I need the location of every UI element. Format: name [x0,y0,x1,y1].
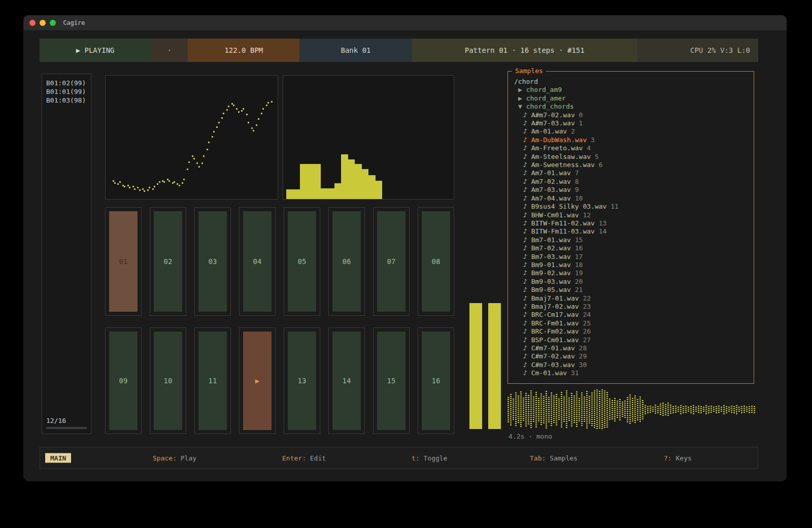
waveform-bar [573,395,575,424]
pad-15[interactable]: 15 [373,327,410,434]
sample-file[interactable]: ♪ Am-Steelsaw.wav 5 [514,153,748,161]
waveform-bar [660,404,661,416]
hint-key: t: [412,454,420,462]
pad-04[interactable]: 04 [239,207,276,316]
sample-file[interactable]: ♪ BRC-Fm01.wav 25 [514,319,748,327]
sample-file[interactable]: ♪ A#m7-03.wav 1 [514,119,748,127]
sample-file[interactable]: ♪ Bm9-03.wav 20 [514,278,748,286]
waveform-bar [546,391,547,428]
sample-file[interactable]: ♪ Am-01.wav 2 [514,127,748,136]
pad-11[interactable]: 11 [194,327,231,434]
file-name: C#m7-03.wav [531,361,575,369]
close-button[interactable] [29,20,36,26]
histogram-bar [307,164,314,199]
sample-file[interactable]: ♪ Am7-03.wav 9 [514,186,748,194]
scatter-point [243,108,244,110]
step-position: 12/16 [46,416,87,429]
pad-09[interactable]: 09 [105,327,142,434]
histogram-bar [300,164,307,199]
zoom-button[interactable] [50,20,56,26]
music-note-icon: ♪ [523,244,531,252]
waveform-bar [581,392,583,426]
folder-chord_chords[interactable]: ▼ chord_chords [514,103,748,111]
folder-chord_am9[interactable]: ▶ chord_am9 [514,86,748,94]
folder-name: chord_chords [522,103,574,110]
pad-08[interactable]: 08 [418,207,454,316]
pad-fill: ▶ [243,332,272,430]
sample-file[interactable]: ♪ BSP-Cm01.wav 27 [514,336,748,344]
sample-file[interactable]: ♪ BITW-Fm11-03.wav 14 [514,227,748,236]
sample-file[interactable]: ♪ BITW-Fm11-02.wav 13 [514,219,748,227]
sample-file[interactable]: ♪ Bm7-02.wav 16 [514,244,748,252]
waveform-bar [518,395,519,424]
minimize-button[interactable] [40,20,46,26]
sample-file[interactable]: ♪ BRC-Cm17.wav 24 [514,311,748,319]
app-window: Cagire ▶ PLAYING · 122.0 BPM Bank 01 Pat… [23,15,787,481]
sample-file[interactable]: ♪ Bmaj7-02.wav 23 [514,303,748,311]
sample-file[interactable]: ♪ Am7-04.wav 10 [514,194,748,203]
file-name: Am-DubWash.wav [531,136,587,144]
waveform-bar [672,406,674,413]
level-meter-2 [488,303,501,429]
waveform-bar [558,399,560,421]
file-name: BRC-Fm01.wav [531,319,579,327]
pad-14[interactable]: 14 [328,327,365,434]
transport-status: ▶ PLAYING [40,39,151,62]
hint-key: Space: [153,454,177,462]
pad-fill: 07 [377,211,405,312]
music-note-icon: ♪ [523,227,531,235]
pad-01[interactable]: 01 [105,207,142,316]
pad-06[interactable]: 06 [328,207,365,316]
music-note-icon: ♪ [523,178,531,185]
sample-file[interactable]: ♪ Am-DubWash.wav 3 [514,136,748,144]
sample-file[interactable]: ♪ Am7-01.wav 7 [514,169,748,177]
pad-10[interactable]: 10 [150,327,186,434]
sample-file[interactable]: ♪ C#m7-03.wav 30 [514,361,748,369]
sample-file[interactable]: ♪ C#m7-02.wav 29 [514,352,748,360]
pad-13[interactable]: 13 [284,327,320,434]
sample-file[interactable]: ♪ Bm7-03.wav 17 [514,253,748,261]
pad-label: 16 [432,377,441,385]
sample-file[interactable]: ♪ C#m7-01.wav 28 [514,344,748,352]
music-note-icon: ♪ [523,286,531,293]
waveform-bar [723,405,725,414]
waveform-bar [693,405,694,414]
file-name: A#m7-03.wav [531,119,575,127]
sample-file[interactable]: ♪ Am-Freeto.wav 4 [514,144,748,152]
pad-12[interactable]: ▶ [239,327,276,434]
sample-file[interactable]: ♪ Bmaj7-01.wav 22 [514,294,748,303]
waveform-bar [728,407,730,413]
pad-03[interactable]: 03 [194,207,231,316]
folder-chord_amer[interactable]: ▶ chord_amer [514,94,748,103]
pad-07[interactable]: 07 [373,207,410,316]
sample-file[interactable]: ♪ Am-Sweetness.wav 6 [514,161,748,169]
sample-file[interactable]: ♪ BRC-Fm02.wav 26 [514,327,748,336]
sample-file[interactable]: ♪ A#m7-02.wav 0 [514,111,748,119]
waveform-bar [685,406,687,414]
scatter-point [144,190,145,192]
scatter-point [124,186,125,187]
sample-file[interactable]: ♪ B9sus4 Silky 03.wav 11 [514,203,748,211]
music-note-icon: ♪ [523,211,531,219]
sample-file[interactable]: ♪ BHW-Cm01.wav 12 [514,211,748,219]
waveform-bar [680,405,682,414]
scatter-point [174,181,175,183]
sample-file[interactable]: ♪ Bm9-01.wav 18 [514,261,748,269]
waveform-bar [746,407,748,413]
scatter-point [196,162,198,164]
note-event-list: B01:02(99)B01:01(99)B01:03(98) [46,79,87,105]
pad-02[interactable]: 02 [150,207,186,316]
sample-file[interactable]: ♪ Bm9-02.wav 19 [514,269,748,277]
sample-file[interactable]: ♪ Cm-01.wav 31 [514,369,748,377]
sample-file[interactable]: ♪ Bm7-01.wav 15 [514,236,748,244]
music-note-icon: ♪ [523,352,531,360]
pad-05[interactable]: 05 [284,207,320,316]
waveform-bar [563,397,565,423]
hint-label: Keys [672,454,692,462]
pad-16[interactable]: 16 [418,327,454,434]
scatter-point [149,187,150,188]
sample-file[interactable]: ♪ Am7-02.wav 8 [514,178,748,186]
file-name: BRC-Fm02.wav [531,327,579,335]
file-index: 16 [571,244,583,252]
sample-file[interactable]: ♪ Bm9-05.wav 21 [514,286,748,294]
